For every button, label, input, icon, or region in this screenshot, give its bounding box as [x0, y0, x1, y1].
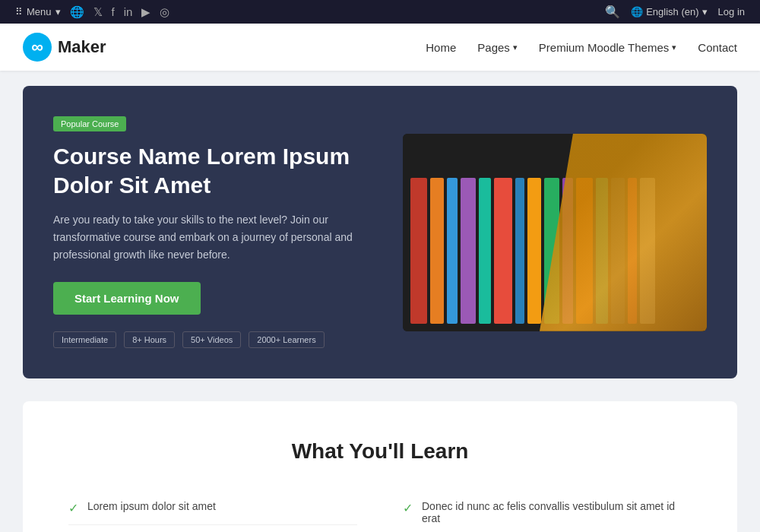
logo-text: Maker	[58, 37, 106, 57]
main-nav: ∞ Maker Home Pages Premium Moodle Themes…	[0, 24, 760, 71]
learn-section-title: What You'll Learn	[68, 439, 692, 464]
logo[interactable]: ∞ Maker	[23, 33, 106, 62]
popular-badge: Popular Course	[53, 116, 126, 131]
learn-item-left-0: ✓Lorem ipsum dolor sit amet	[68, 491, 357, 525]
hero-image	[403, 134, 707, 331]
language-selector[interactable]: 🌐 English (en) ▾	[631, 6, 707, 17]
page-content: Popular Course Course Name Lorem Ipsum D…	[0, 71, 760, 532]
logo-icon: ∞	[23, 33, 52, 62]
nav-themes[interactable]: Premium Moodle Themes	[539, 41, 676, 54]
top-bar-left: ⠿ Menu ▾ 🌐 𝕏 f in ▶ ◎	[15, 5, 169, 19]
flag-icon: 🌐	[631, 6, 643, 17]
learn-items-left: ✓Lorem ipsum dolor sit amet✓Etiam nec li…	[68, 491, 357, 532]
hero-tags: Intermediate 8+ Hours 50+ Videos 2000+ L…	[53, 331, 380, 348]
tag-videos: 50+ Videos	[182, 331, 241, 348]
search-icon[interactable]: 🔍	[605, 5, 620, 19]
hero-left: Popular Course Course Name Lorem Ipsum D…	[53, 116, 380, 348]
learn-items-right: ✓Donec id nunc ac felis convallis vestib…	[403, 491, 692, 532]
hero-description: Are you ready to take your skills to the…	[53, 211, 380, 264]
top-bar: ⠿ Menu ▾ 🌐 𝕏 f in ▶ ◎ 🔍 🌐 English (en) ▾…	[0, 0, 760, 24]
twitter-icon[interactable]: 𝕏	[93, 5, 103, 19]
login-button[interactable]: Log in	[718, 6, 745, 17]
nav-links: Home Pages Premium Moodle Themes Contact	[426, 41, 737, 54]
learn-item-text: Donec id nunc ac felis convallis vestibu…	[422, 500, 692, 524]
bookshelf-illustration	[403, 134, 707, 331]
check-icon: ✓	[68, 501, 78, 515]
globe-icon[interactable]: 🌐	[70, 5, 84, 19]
tag-intermediate: Intermediate	[53, 331, 116, 348]
start-learning-button[interactable]: Start Learning Now	[53, 282, 201, 315]
instagram-icon[interactable]: ◎	[160, 5, 169, 19]
nav-pages[interactable]: Pages	[477, 41, 518, 54]
lang-chevron: ▾	[702, 6, 708, 17]
learn-grid: ✓Lorem ipsum dolor sit amet✓Etiam nec li…	[68, 491, 692, 532]
tag-hours: 8+ Hours	[124, 331, 175, 348]
learn-item-left-1: ✓Etiam nec ligula bibendum faucibus elit…	[68, 525, 357, 532]
learn-section: What You'll Learn ✓Lorem ipsum dolor sit…	[23, 401, 737, 532]
hero-title: Course Name Lorem Ipsum Dolor Sit Amet	[53, 142, 380, 199]
facebook-icon[interactable]: f	[112, 5, 115, 18]
learn-item-right-0: ✓Donec id nunc ac felis convallis vestib…	[403, 491, 692, 532]
nav-contact[interactable]: Contact	[698, 41, 737, 54]
top-bar-right: 🔍 🌐 English (en) ▾ Log in	[605, 5, 745, 19]
grid-icon: ⠿	[15, 6, 23, 17]
infinity-icon: ∞	[31, 37, 43, 57]
youtube-icon[interactable]: ▶	[141, 5, 150, 19]
menu-label: Menu	[27, 6, 52, 17]
lang-label: English (en)	[646, 6, 698, 17]
hero-banner: Popular Course Course Name Lorem Ipsum D…	[23, 86, 737, 378]
nav-home[interactable]: Home	[426, 41, 456, 54]
check-icon: ✓	[403, 501, 413, 515]
tag-learners: 2000+ Learners	[249, 331, 324, 348]
learn-item-text: Lorem ipsum dolor sit amet	[87, 500, 216, 512]
menu-chevron: ▾	[55, 6, 61, 17]
linkedin-icon[interactable]: in	[124, 5, 133, 18]
menu-button[interactable]: ⠿ Menu ▾	[15, 6, 61, 17]
